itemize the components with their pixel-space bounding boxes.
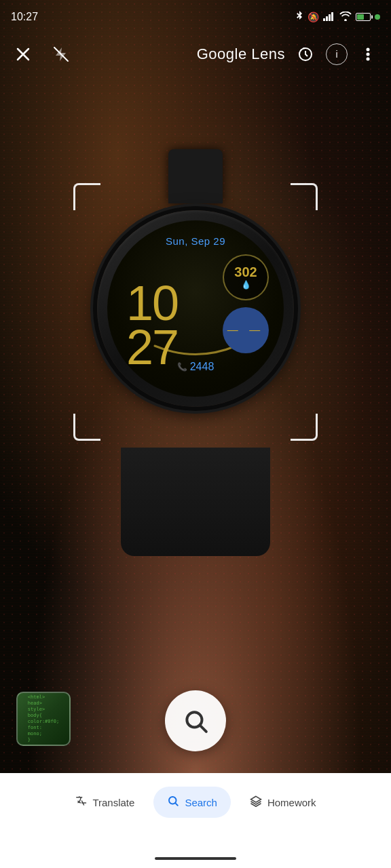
bluetooth-icon bbox=[295, 11, 303, 24]
lens-search-button[interactable] bbox=[165, 690, 226, 751]
translate-icon bbox=[75, 795, 87, 810]
toolbar: Google Lens i bbox=[0, 34, 391, 75]
toolbar-left bbox=[11, 42, 73, 66]
battery-indicator bbox=[356, 13, 371, 21]
bottom-bar: Translate Search Homework bbox=[0, 773, 391, 868]
watch-minute: 27 bbox=[126, 326, 178, 370]
search-tab-icon bbox=[167, 795, 179, 810]
watch-hour: 10 bbox=[126, 281, 178, 326]
status-bar: 10:27 🔕 bbox=[0, 0, 391, 34]
home-indicator bbox=[155, 857, 236, 860]
watch-complication-2: — — bbox=[223, 307, 269, 353]
svg-rect-2 bbox=[326, 16, 328, 21]
watch-date: Sun, Sep 29 bbox=[166, 235, 225, 247]
homework-icon bbox=[250, 795, 262, 810]
watch-band-top bbox=[168, 149, 223, 203]
recent-image-thumbnail[interactable]: <html>head>style>body{color:#0f0;font:mo… bbox=[16, 692, 71, 746]
watch-time: 10 27 bbox=[126, 281, 178, 370]
status-icons: 🔕 bbox=[295, 11, 380, 24]
signal-icon bbox=[323, 12, 335, 23]
watch-face: var ticks = ''; for(var i=0;i<60;i++){ v… bbox=[107, 220, 284, 397]
close-button[interactable] bbox=[11, 42, 35, 66]
watch-steps: 📞 2448 bbox=[177, 361, 215, 373]
history-button[interactable] bbox=[293, 42, 318, 66]
tab-translate[interactable]: Translate bbox=[61, 787, 148, 818]
bottom-tabs: Translate Search Homework bbox=[0, 773, 391, 818]
watch-case: var ticks = ''; for(var i=0;i<60;i++){ v… bbox=[97, 210, 294, 407]
thumbnail-preview: <html>head>style>body{color:#0f0;font:mo… bbox=[25, 692, 62, 746]
status-time: 10:27 bbox=[11, 11, 38, 23]
svg-rect-3 bbox=[329, 14, 331, 21]
tab-translate-label: Translate bbox=[92, 797, 134, 808]
svg-point-9 bbox=[367, 48, 370, 52]
wifi-icon bbox=[339, 12, 352, 23]
watch-subject: var ticks = ''; for(var i=0;i<60;i++){ v… bbox=[87, 190, 304, 475]
flash-off-button[interactable] bbox=[49, 42, 73, 66]
active-indicator bbox=[375, 14, 380, 20]
tab-homework-label: Homework bbox=[267, 797, 316, 808]
watch-complication-water: 302 💧 bbox=[223, 254, 269, 300]
svg-rect-4 bbox=[331, 12, 333, 21]
battery-fill bbox=[357, 14, 364, 20]
more-button[interactable] bbox=[356, 42, 380, 66]
watch-band-bottom bbox=[121, 448, 270, 556]
tab-homework[interactable]: Homework bbox=[236, 787, 330, 818]
info-button[interactable]: i bbox=[326, 43, 348, 65]
svg-point-10 bbox=[367, 53, 370, 56]
svg-point-11 bbox=[367, 58, 370, 61]
svg-line-15 bbox=[176, 803, 178, 805]
tab-search[interactable]: Search bbox=[153, 787, 231, 818]
mute-icon: 🔕 bbox=[308, 12, 319, 22]
battery-box bbox=[356, 13, 371, 21]
svg-line-13 bbox=[200, 726, 206, 732]
app-title: Google Lens bbox=[197, 45, 285, 63]
toolbar-center: Google Lens i bbox=[197, 42, 380, 66]
svg-rect-1 bbox=[323, 18, 325, 21]
tab-search-label: Search bbox=[185, 797, 217, 808]
